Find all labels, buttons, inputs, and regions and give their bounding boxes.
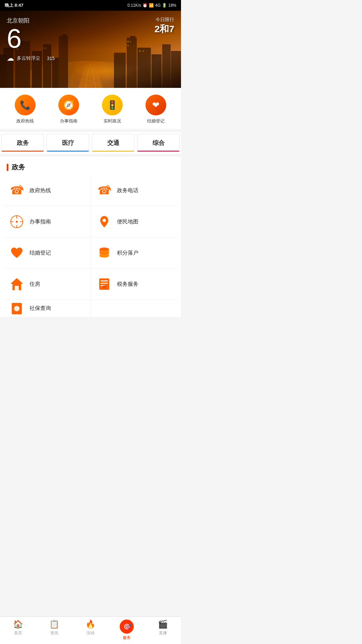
svg-rect-51 [101,280,108,281]
svg-point-47 [100,254,109,258]
guide-icon-circle: 🧭 [58,95,79,115]
wifi-icon: 📶 [149,3,154,8]
hero-weather-row: ☁ 多云转浮尘 315 [7,54,174,63]
service-row-1: ☎ 政府热线 ☎ 政务电话 [3,175,178,206]
section-indicator [7,164,8,171]
quick-icon-gov-hotline[interactable]: 📞 政府热线 [15,95,36,124]
hero-content: 北京朝阳 6 ☁ 多云转浮尘 315 [0,11,181,88]
guide-name: 办事指南 [29,218,51,225]
section-header-zhengwu: 政务 [0,157,181,175]
tab-jiaotong[interactable]: 交通 [92,134,134,152]
guide-svg [10,215,24,229]
service-row-3: 结婚登记 积分落户 [3,237,178,269]
service-item-tax[interactable]: 税 税务服务 [91,269,178,300]
battery-level: 18% [168,3,176,8]
phone-svg: ☎ [10,183,24,198]
svg-point-42 [103,219,106,222]
tab-yiliao[interactable]: 医疗 [47,134,89,152]
svg-marker-41 [16,217,17,219]
section-title: 政务 [12,163,25,172]
housing-name: 住房 [29,281,40,288]
service-icon-partial [9,301,25,317]
battery-icon: 🔋 [162,3,167,8]
aqi-value: 315 [47,56,55,61]
tax-svg: 税 [97,277,111,291]
service-item-marriage[interactable]: 结婚登记 [3,237,91,268]
svg-point-56 [14,306,19,311]
service-icon-house [9,276,25,292]
service-icon-heart [9,245,25,261]
svg-text:税: 税 [102,285,106,289]
traffic-label: 今日限行 [155,17,174,23]
traffic-label-2: 实时路况 [104,118,121,124]
weather-icon: ☁ [7,54,14,63]
hero-banner: 北京朝阳 6 ☁ 多云转浮尘 315 今日限行 2和7 [0,11,181,88]
hero-traffic: 今日限行 2和7 [155,17,174,36]
status-bar: 晚上 8:47 0.11K/s ⏰ 📶 4G 🔋 18% [0,0,181,11]
service-row-4: 住房 税 税务服务 [3,269,178,300]
heart-svg [10,246,24,260]
phone-icon: 📞 [20,100,31,110]
points-name: 积分落户 [117,250,138,257]
service-item-partial[interactable]: 社保查询 [3,300,91,317]
service-icon-tax: 税 [96,276,112,292]
status-right: 0.11K/s ⏰ 📶 4G 🔋 18% [127,3,176,8]
hero-temperature: 6 [7,25,174,52]
service-item-gov-phone[interactable]: ☎ 政务电话 [91,175,178,206]
service-item-partial-2[interactable] [91,300,178,317]
service-item-map[interactable]: 便民地图 [91,206,178,237]
service-row-partial: 社保查询 [3,300,178,317]
service-item-gov-hotline[interactable]: ☎ 政府热线 [3,175,91,206]
alarm-icon: ⏰ [142,3,147,8]
weather-desc: 多云转浮尘 [17,55,40,61]
quick-icon-marriage[interactable]: ❤ 结婚登记 [145,95,166,124]
service-list: ☎ 政府热线 ☎ 政务电话 [0,175,181,317]
category-tabs: 政务 医疗 交通 综合 [0,131,181,154]
svg-rect-49 [15,286,19,290]
status-time: 晚上 8:47 [5,2,23,8]
hero-location: 北京朝阳 [7,17,174,24]
quick-icons-section: 📞 政府热线 🧭 办事指南 🚦 实时路况 ❤ 结婚登记 [0,88,181,129]
marriage-icon-circle: ❤ [145,95,166,115]
compass-icon: 🧭 [63,100,74,110]
service-item-points[interactable]: 积分落户 [91,237,178,268]
guide-label: 办事指南 [60,118,77,124]
traffic-number: 2和7 [155,23,174,36]
svg-point-36 [16,221,18,223]
gov-hotline-name: 政府热线 [29,187,51,194]
service-icon-database [96,245,112,261]
service-icon-phone2: ☎ [96,182,112,199]
service-row-2: 办事指南 便民地图 [3,206,178,237]
network-speed: 0.11K/s [127,3,141,8]
map-name: 便民地图 [117,218,138,225]
gov-hotline-icon-circle: 📞 [15,95,36,115]
partial-svg [10,302,24,316]
house-svg [10,277,24,291]
heart-icon: ❤ [152,100,160,110]
service-item-housing[interactable]: 住房 [3,269,91,300]
marriage-name: 结婚登记 [29,250,51,257]
tab-zonghe[interactable]: 综合 [137,134,180,152]
service-icon-map [96,214,112,230]
svg-rect-52 [101,283,108,284]
tab-zhengwu[interactable]: 政务 [1,134,44,152]
database-svg [97,246,111,260]
service-item-guide[interactable]: 办事指南 [3,206,91,237]
phone2-svg: ☎ [97,183,111,198]
partial-name: 社保查询 [29,305,51,312]
quick-icon-guide[interactable]: 🧭 办事指南 [58,95,79,124]
traffic-light-icon: 🚦 [107,100,118,110]
signal-icon: 4G [155,3,161,8]
gov-hotline-label: 政府热线 [16,118,34,124]
service-icon-phone: ☎ [9,182,25,199]
marriage-label: 结婚登记 [147,118,165,124]
gov-phone-name: 政务电话 [117,187,138,194]
map-svg [97,215,111,229]
traffic-icon-circle: 🚦 [102,95,123,115]
quick-icon-traffic[interactable]: 🚦 实时路况 [102,95,123,124]
tax-name: 税务服务 [117,281,138,288]
service-icon-guide [9,214,25,230]
